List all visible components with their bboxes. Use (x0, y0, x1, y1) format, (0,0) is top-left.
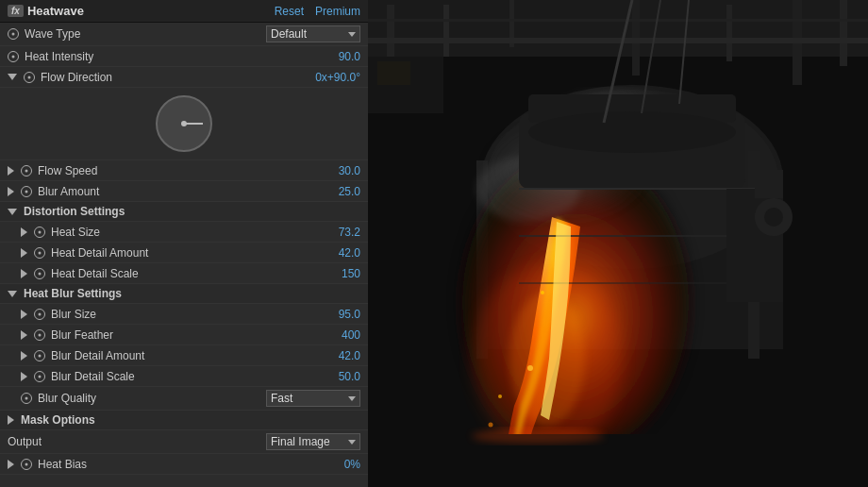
flow-direction-label: Flow Direction (8, 71, 313, 84)
blur-size-value[interactable]: 95.0 (313, 308, 360, 321)
blur-detail-scale-label: Blur Detail Scale (21, 370, 313, 383)
heat-detail-scale-label: Heat Detail Scale (21, 267, 313, 280)
blur-detail-amount-value[interactable]: 42.0 (313, 349, 360, 362)
blur-size-row: Blur Size 95.0 (0, 304, 368, 325)
blur-feather-value[interactable]: 400 (313, 328, 360, 342)
mask-options-header: Mask Options (0, 411, 368, 430)
heat-bias-row: Heat Bias 0% (0, 454, 368, 475)
heat-bias-label: Heat Bias (8, 458, 313, 471)
heat-detail-amount-label: Heat Detail Amount (21, 246, 313, 260)
flow-speed-stopwatch-icon[interactable] (21, 165, 32, 176)
blur-detail-amount-label: Blur Detail Amount (21, 349, 313, 362)
preview-panel (368, 0, 868, 487)
wave-type-label: Wave Type (8, 27, 266, 41)
heat-detail-amount-row: Heat Detail Amount 42.0 (0, 243, 368, 263)
heat-detail-scale-expand-icon[interactable] (21, 269, 27, 278)
svg-point-41 (472, 428, 604, 444)
blur-size-label: Blur Size (21, 308, 313, 321)
heat-blur-settings-expand-icon[interactable] (8, 291, 17, 297)
heat-bias-value[interactable]: 0% (313, 458, 360, 471)
blur-amount-expand-icon[interactable] (8, 187, 14, 196)
blur-feather-label: Blur Feather (21, 328, 313, 342)
dial-needle (184, 123, 203, 125)
wave-type-dropdown[interactable]: Default (266, 25, 360, 42)
blur-detail-scale-expand-icon[interactable] (21, 372, 27, 381)
heat-intensity-value[interactable]: 90.0 (313, 50, 360, 63)
fx-badge: fx (8, 5, 24, 17)
blur-amount-row: Blur Amount 25.0 (0, 181, 368, 202)
svg-rect-43 (377, 61, 410, 85)
heat-detail-scale-row: Heat Detail Scale 150 (0, 263, 368, 284)
svg-rect-6 (726, 5, 732, 61)
flow-speed-value[interactable]: 30.0 (313, 164, 360, 177)
svg-rect-3 (443, 5, 449, 57)
flow-direction-value[interactable]: 0x+90.0° (313, 71, 360, 84)
heat-detail-amount-value[interactable]: 42.0 (313, 246, 360, 260)
wave-type-stopwatch-icon[interactable] (8, 28, 19, 40)
heat-detail-amount-expand-icon[interactable] (21, 248, 27, 258)
flow-direction-expand-icon[interactable] (8, 74, 17, 80)
blur-amount-value[interactable]: 25.0 (313, 185, 360, 198)
blur-detail-amount-row: Blur Detail Amount 42.0 (0, 345, 368, 366)
heat-size-label: Heat Size (21, 226, 313, 239)
svg-rect-10 (368, 19, 868, 22)
blur-feather-row: Blur Feather 400 (0, 325, 368, 345)
reset-button[interactable]: Reset (275, 5, 304, 18)
heat-detail-amount-stopwatch-icon[interactable] (34, 247, 45, 259)
heat-blur-settings-header: Heat Blur Settings (0, 284, 368, 304)
blur-detail-scale-row: Blur Detail Scale 50.0 (0, 366, 368, 387)
svg-rect-37 (755, 170, 783, 198)
blur-feather-expand-icon[interactable] (21, 330, 27, 340)
preview-scene (368, 0, 868, 487)
blur-amount-stopwatch-icon[interactable] (21, 186, 32, 197)
output-label: Output (8, 435, 266, 448)
output-dropdown[interactable]: Final Image (266, 433, 360, 450)
flow-speed-row: Flow Speed 30.0 (0, 160, 368, 181)
flow-direction-dial[interactable] (156, 95, 212, 152)
heat-detail-scale-stopwatch-icon[interactable] (34, 268, 45, 279)
wave-type-row: Wave Type Default (0, 23, 368, 46)
blur-quality-dropdown-arrow-icon (348, 396, 356, 401)
effects-panel: fx Heatwave Reset Premium Wave Type Defa… (0, 0, 368, 487)
distortion-settings-expand-icon[interactable] (8, 209, 17, 215)
heat-intensity-label: Heat Intensity (8, 50, 313, 63)
premium-button[interactable]: Premium (315, 5, 360, 18)
blur-detail-amount-expand-icon[interactable] (21, 351, 27, 361)
blur-quality-stopwatch-icon[interactable] (21, 393, 32, 404)
scene-svg (368, 0, 868, 487)
heat-detail-scale-value[interactable]: 150 (313, 267, 360, 280)
heat-intensity-stopwatch-icon[interactable] (8, 51, 19, 62)
panel-header: fx Heatwave Reset Premium (0, 0, 368, 23)
flow-direction-row: Flow Direction 0x+90.0° (0, 67, 368, 88)
blur-detail-amount-stopwatch-icon[interactable] (34, 350, 45, 361)
flow-speed-expand-icon[interactable] (8, 166, 14, 176)
blur-quality-dropdown[interactable]: Fast (266, 390, 360, 407)
heat-size-expand-icon[interactable] (21, 227, 27, 237)
blur-amount-label: Blur Amount (8, 185, 313, 198)
svg-point-39 (764, 208, 783, 227)
blur-size-expand-icon[interactable] (21, 310, 27, 319)
blur-size-stopwatch-icon[interactable] (34, 309, 45, 320)
svg-rect-9 (368, 38, 868, 43)
output-row: Output Final Image (0, 430, 368, 454)
blur-detail-scale-stopwatch-icon[interactable] (34, 371, 45, 382)
blur-detail-scale-value[interactable]: 50.0 (313, 370, 360, 383)
flow-direction-dial-container (0, 88, 368, 160)
heat-size-stopwatch-icon[interactable] (34, 227, 45, 238)
heat-size-value[interactable]: 73.2 (313, 226, 360, 239)
heat-bias-stopwatch-icon[interactable] (21, 459, 32, 470)
svg-rect-8 (840, 0, 847, 66)
mask-options-expand-icon[interactable] (8, 415, 14, 425)
svg-rect-40 (368, 434, 868, 487)
blur-feather-stopwatch-icon[interactable] (34, 329, 45, 341)
wave-type-dropdown-arrow-icon (348, 32, 356, 37)
heat-bias-expand-icon[interactable] (8, 460, 14, 469)
blur-quality-label: Blur Quality (21, 392, 266, 405)
panel-title: Heatwave (27, 4, 84, 18)
svg-point-32 (528, 111, 736, 153)
panel-actions: Reset Premium (275, 5, 360, 18)
flow-direction-stopwatch-icon[interactable] (24, 72, 35, 83)
output-dropdown-arrow-icon (348, 440, 356, 445)
panel-title-area: fx Heatwave (8, 4, 84, 18)
blur-quality-row: Blur Quality Fast (0, 387, 368, 411)
